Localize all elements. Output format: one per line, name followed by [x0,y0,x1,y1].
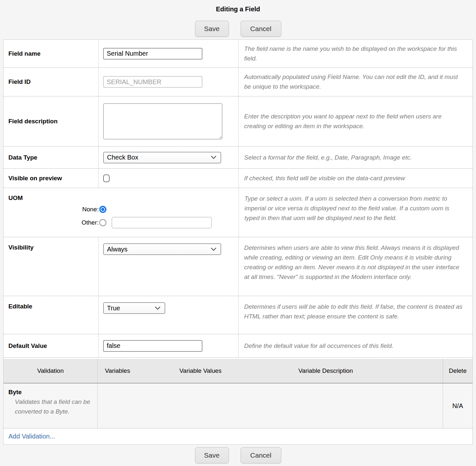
bottom-button-row: Save Cancel [0,447,476,463]
uom-cell: UOM None: Other: [4,188,239,237]
default-value-input[interactable] [103,340,202,352]
field-name-input[interactable] [103,48,202,60]
add-validation-link[interactable]: Add Validation... [8,433,55,440]
field-description-description: Enter the description you want to appear… [239,96,472,146]
save-button-top[interactable]: Save [195,21,229,37]
field-description-textarea[interactable] [103,103,222,139]
row-visible-on-preview: Visible on preview If checked, this fiel… [4,168,472,188]
field-editor-form: Field name The field name is the name yo… [3,39,473,445]
page-title: Editing a Field [0,0,476,13]
chevron-down-icon [211,248,216,251]
data-type-label: Data Type [4,147,98,168]
field-id-description: Automatically populated using Field Name… [239,68,472,96]
validation-name-cell: Byte Validates that a field can be conve… [4,383,97,428]
validation-description: Validates that a field can be converted … [15,397,91,416]
visibility-description: Determines when users are able to view t… [239,237,472,296]
save-button-bottom[interactable]: Save [195,447,229,463]
add-validation-row: Add Validation... [4,428,472,444]
uom-other-label: Other: [4,219,99,226]
variables-header-cell: Variables [97,359,137,383]
validation-row-byte: Byte Validates that a field can be conve… [4,383,472,428]
validation-table-header: Validation Variables Variable Values Var… [4,359,472,383]
variable-description-header-cell: Variable Description [264,359,443,383]
data-type-select-value: Check Box [107,154,138,161]
validation-name: Byte [8,389,97,396]
visible-on-preview-description: If checked, this field will be visible o… [239,169,472,188]
visibility-select-value: Always [107,246,127,253]
row-visibility: Visibility Always Determines when users … [4,237,472,296]
uom-options: None: Other: [4,206,239,228]
form-rows: Field name The field name is the name yo… [4,40,472,358]
row-field-description: Field description Enter the description … [4,96,472,146]
field-id-label: Field ID [4,68,98,96]
uom-none-radio[interactable] [99,206,106,213]
visible-on-preview-checkbox[interactable] [103,174,110,182]
row-default-value: Default Value Define the default value f… [4,334,472,357]
validation-variables-cell [97,383,443,428]
uom-none-label: None: [4,206,99,213]
field-description-label: Field description [4,96,98,146]
editable-description: Determines if users will be able to edit… [239,296,472,334]
default-value-description: Define the default value for all occurre… [239,334,472,357]
chevron-down-icon [155,306,160,310]
cancel-button-top[interactable]: Cancel [241,21,281,37]
validation-header-cell: Validation [4,359,97,383]
field-name-label: Field name [4,40,98,67]
variable-values-header-cell: Variable Values [137,359,264,383]
uom-label: UOM [4,194,239,202]
validation-delete-cell: N/A [443,383,472,428]
uom-other-input[interactable] [112,217,212,228]
visibility-label: Visibility [4,237,98,296]
row-uom: UOM None: Other: Type or select a uom. I… [4,188,472,237]
cancel-button-bottom[interactable]: Cancel [241,447,281,463]
delete-header-cell: Delete [443,359,472,383]
row-field-id: Field ID Automatically populated using F… [4,67,472,96]
field-id-input [103,76,202,88]
uom-description: Type or select a uom. If a uom is select… [239,188,472,237]
editable-label: Editable [4,296,98,334]
default-value-label: Default Value [4,334,98,357]
row-data-type: Data Type Check Box Select a format for … [4,146,472,168]
visible-on-preview-label: Visible on preview [4,169,98,188]
data-type-description: Select a format for the field, e.g., Dat… [239,147,472,168]
row-editable: Editable True Determines if users will b… [4,296,472,334]
data-type-select[interactable]: Check Box [103,152,221,163]
editable-select-value: True [107,305,120,312]
row-field-name: Field name The field name is the name yo… [4,40,472,67]
chevron-down-icon [211,156,216,159]
editable-select[interactable]: True [103,302,165,314]
top-button-row: Save Cancel [0,21,476,37]
field-name-description: The field name is the name you wish to b… [239,40,472,67]
visibility-select[interactable]: Always [103,243,221,255]
uom-other-radio[interactable] [99,219,106,226]
